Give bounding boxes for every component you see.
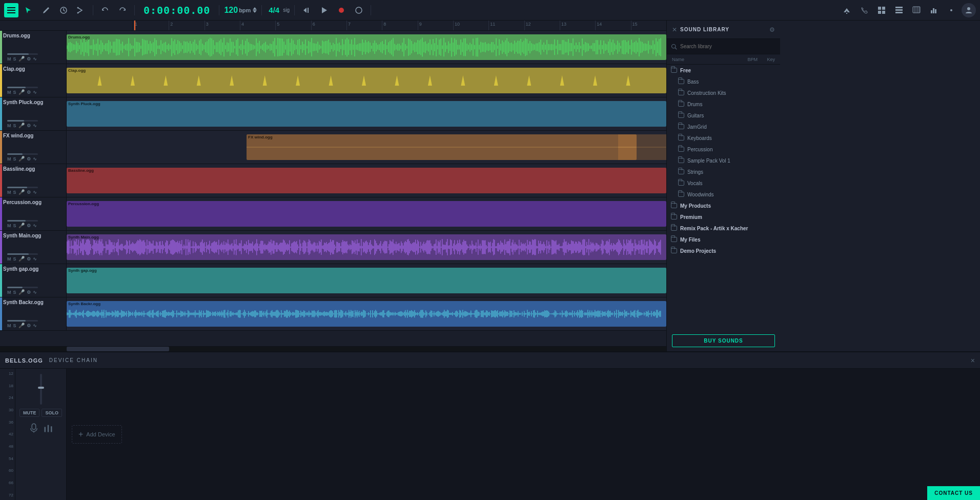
track-volume-bassline[interactable] (7, 187, 38, 188)
wave-btn-synth-main[interactable]: ∿ (33, 256, 37, 262)
bottom-solo-button[interactable]: SOLO (42, 409, 62, 417)
edit-btn-synth-backr[interactable]: ⚙ (27, 323, 31, 328)
add-device-button[interactable]: + Add Device (72, 425, 122, 444)
solo-btn-synth-main[interactable]: S (13, 256, 16, 262)
undo-button[interactable] (98, 3, 112, 17)
edit-btn-drums[interactable]: ⚙ (27, 56, 31, 62)
mute-btn-fx-wind[interactable]: M (7, 156, 11, 162)
library-item-percussion[interactable]: Percussion (667, 144, 780, 155)
track-volume-clap[interactable] (7, 87, 38, 88)
library-settings[interactable]: ⚙ (769, 26, 775, 33)
library-item-strings[interactable]: Strings (667, 166, 780, 177)
bottom-close-button[interactable]: × (971, 356, 975, 365)
solo-btn-synth-gap[interactable]: S (13, 290, 16, 295)
track-content-synth-pluck[interactable]: Synth Pluck.ogg (67, 97, 666, 130)
track-content-drums[interactable]: Drums.ogg (67, 31, 666, 64)
library-section-free[interactable]: Free (667, 65, 780, 76)
bpm-display[interactable]: 120 bpm (224, 6, 257, 15)
piano-button[interactable] (909, 3, 924, 17)
mute-btn-clap[interactable]: M (7, 90, 11, 95)
arm-btn-synth-main[interactable]: 🎤 (18, 256, 25, 262)
library-section-my-files[interactable]: My Files (667, 234, 780, 245)
tracks-container[interactable]: Drums.ogg M S 🎤 ⚙ ∿ (0, 31, 666, 346)
arm-btn-bassline[interactable]: 🎤 (18, 189, 25, 195)
bpm-up[interactable] (253, 7, 257, 10)
mixer-button[interactable] (927, 3, 941, 17)
library-item-jamgrid[interactable]: JamGrid (667, 121, 780, 132)
search-input[interactable] (680, 44, 776, 49)
mute-btn-synth-main[interactable]: M (7, 256, 11, 262)
clap-clip[interactable]: Clap.ogg (67, 68, 666, 93)
mute-btn-bassline[interactable]: M (7, 190, 11, 195)
equalizer-icon[interactable] (43, 423, 53, 433)
track-content-clap[interactable]: Clap.ogg (67, 64, 666, 97)
arm-btn-synth-pluck[interactable]: 🎤 (18, 123, 25, 128)
mute-btn-synth-gap[interactable]: M (7, 290, 11, 295)
solo-btn-bassline[interactable]: S (13, 190, 16, 195)
mute-btn-synth-pluck[interactable]: M (7, 123, 11, 128)
library-section-remix-pack[interactable]: Remix Pack - Artik x Kacher (667, 223, 780, 234)
track-volume-percussion[interactable] (7, 220, 38, 222)
track-content-percussion[interactable]: Percussion.ogg (67, 197, 666, 230)
redo-button[interactable] (115, 3, 130, 17)
solo-btn-fx-wind[interactable]: S (13, 156, 16, 162)
arm-btn-drums[interactable]: 🎤 (18, 56, 25, 62)
arm-btn-percussion[interactable]: 🎤 (18, 223, 25, 228)
arm-btn-fx-wind[interactable]: 🎤 (18, 156, 25, 162)
edit-btn-synth-pluck[interactable]: ⚙ (27, 123, 31, 128)
user-button[interactable] (962, 3, 976, 17)
track-content-synth-backr[interactable]: Synth Backr.ogg (67, 297, 666, 330)
library-item-construction-kits[interactable]: Construction Kits (667, 87, 780, 98)
wave-btn-percussion[interactable]: ∿ (33, 223, 37, 228)
mute-btn-drums[interactable]: M (7, 56, 11, 62)
mute-btn-percussion[interactable]: M (7, 223, 11, 228)
track-volume-drums[interactable] (7, 53, 38, 55)
wave-btn-synth-backr[interactable]: ∿ (33, 323, 37, 328)
library-item-drums[interactable]: Drums (667, 98, 780, 110)
pencil-tool[interactable] (39, 3, 53, 17)
wave-btn-bassline[interactable]: ∿ (33, 190, 37, 195)
layout-button[interactable] (892, 3, 906, 17)
record-button[interactable] (334, 3, 349, 17)
library-item-sample-pack[interactable]: Sample Pack Vol 1 (667, 155, 780, 166)
track-content-synth-gap[interactable]: Synth gap.ogg (67, 264, 666, 297)
bassline-clip[interactable]: Bassline.ogg (67, 168, 666, 193)
menu-button[interactable] (4, 3, 18, 17)
arm-btn-synth-backr[interactable]: 🎤 (18, 323, 25, 328)
scrollbar-thumb[interactable] (67, 347, 169, 351)
track-content-bassline[interactable]: Bassline.ogg (67, 164, 666, 197)
bottom-mute-button[interactable]: MUTE (19, 409, 40, 417)
solo-btn-clap[interactable]: S (13, 90, 16, 95)
wave-btn-fx-wind[interactable]: ∿ (33, 156, 37, 162)
buy-sounds-button[interactable]: BUY SOUNDS (672, 334, 775, 347)
library-section-premium[interactable]: Premium (667, 211, 780, 223)
synth-gap-clip[interactable]: Synth gap.ogg (67, 268, 666, 293)
library-item-woodwinds[interactable]: Woodwinds (667, 189, 780, 200)
edit-btn-synth-main[interactable]: ⚙ (27, 256, 31, 262)
library-section-my-products[interactable]: My Products (667, 200, 780, 211)
bpm-down[interactable] (253, 10, 257, 13)
solo-btn-synth-backr[interactable]: S (13, 323, 16, 328)
scissors-tool[interactable] (74, 3, 88, 17)
wave-btn-clap[interactable]: ∿ (33, 90, 37, 95)
library-section-demo-projects[interactable]: Demo Projects (667, 245, 780, 256)
bpm-arrows[interactable] (253, 7, 257, 13)
clock-tool[interactable] (56, 3, 71, 17)
mic-icon[interactable] (29, 423, 39, 433)
fader-thumb[interactable] (38, 387, 44, 389)
skip-back-button[interactable] (299, 3, 314, 17)
fx-wind-clip2[interactable] (618, 134, 666, 160)
synth-pluck-clip[interactable]: Synth Pluck.ogg (67, 101, 666, 127)
library-close-x[interactable]: ✕ (672, 26, 677, 33)
edit-btn-bassline[interactable]: ⚙ (27, 190, 31, 195)
track-volume-synth-pluck[interactable] (7, 120, 38, 122)
edit-btn-synth-gap[interactable]: ⚙ (27, 290, 31, 295)
track-volume-synth-main[interactable] (7, 253, 38, 255)
cursor-tool[interactable] (22, 3, 36, 17)
track-volume-synth-gap[interactable] (7, 287, 38, 288)
synth-backr-clip[interactable]: Synth Backr.ogg (67, 301, 666, 327)
solo-btn-drums[interactable]: S (13, 56, 16, 62)
learn-button[interactable] (840, 3, 854, 17)
device-chain-area[interactable]: + Add Device (67, 369, 980, 500)
synth-main-clip[interactable]: Synth Main.ogg (67, 234, 666, 260)
